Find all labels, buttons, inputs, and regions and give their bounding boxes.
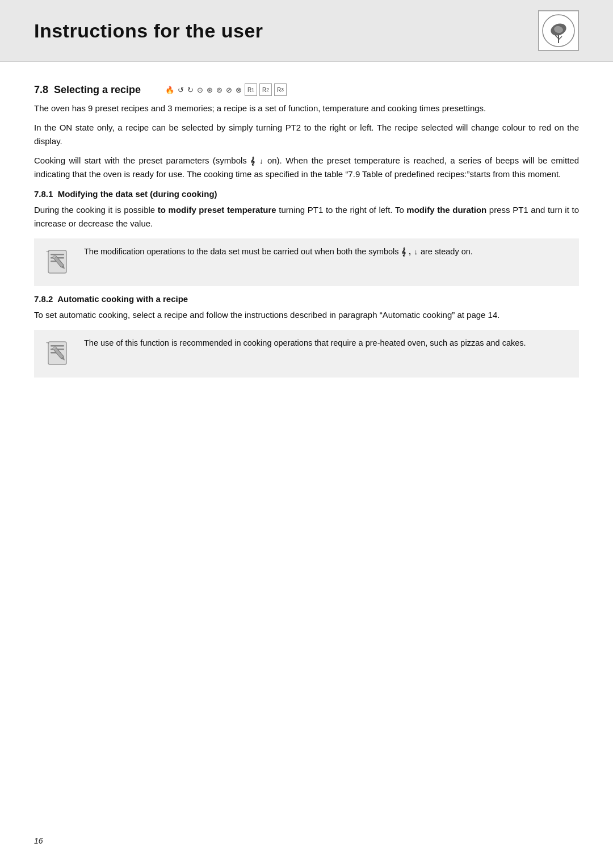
page: Instructions for the user 7.8 Selecting … (0, 0, 613, 868)
r2-box: R2 (259, 83, 272, 96)
section-782-heading: 7.8.2 Automatic cooking with a recipe (34, 294, 579, 304)
section-781-heading: 7.8.1 Modifying the data set (during coo… (34, 189, 579, 199)
note-1-text-start: The modification operations to the data … (84, 247, 401, 256)
note-1-text: The modification operations to the data … (84, 245, 568, 258)
logo-svg (541, 14, 576, 48)
note-icon-2: ~ (42, 337, 76, 371)
svg-text:~: ~ (46, 340, 49, 346)
note-1-text-end: are steady on. (418, 247, 473, 256)
section-78-para3: Cooking will start with the preset param… (34, 154, 579, 181)
icon-fire: 🔥 (165, 86, 174, 94)
svg-rect-7 (51, 254, 64, 255)
page-header: Instructions for the user (0, 0, 613, 62)
note-box-2: ~ The use of this function is recommende… (34, 330, 579, 378)
main-content: 7.8 Selecting a recipe 🔥 ↺ ↻ ⊙ ⊛ ⊚ ⊘ ⊗ R… (0, 62, 613, 420)
section-782-title: Automatic cooking with a recipe (57, 294, 188, 304)
section-78-number: 7.8 (34, 84, 48, 95)
note-pencil-icon: ~ (44, 247, 74, 278)
section-781-para1: During the cooking it is possible to mod… (34, 203, 579, 230)
781-para1-start: During the cooking it is possible (34, 205, 158, 215)
section-782-para1: To set automatic cooking, select a recip… (34, 308, 579, 322)
icon-star: ⊛ (207, 86, 213, 94)
svg-text:~: ~ (46, 249, 49, 255)
page-number: 16 (34, 836, 43, 845)
note-pencil-icon-2: ~ (44, 338, 74, 369)
section-782-number: 7.8.2 (34, 294, 53, 304)
note-2-text: The use of this function is recommended … (84, 337, 568, 350)
781-para1-bold2: modify the duration (406, 205, 486, 215)
icon-refresh: ⊚ (216, 86, 222, 94)
note-box-1: ~ The modification operations to the dat… (34, 238, 579, 286)
note-1-sym: 𝄞 , ↓ (401, 248, 418, 256)
page-title: Instructions for the user (34, 20, 263, 42)
781-para1-bold1: to modify preset temperature (158, 205, 276, 215)
section-78-para2: In the ON state only, a recipe can be se… (34, 121, 579, 148)
section-78-heading: 7.8 Selecting a recipe 🔥 ↺ ↻ ⊙ ⊛ ⊚ ⊘ ⊗ R… (34, 83, 579, 96)
recipe-icon-row: 🔥 ↺ ↻ ⊙ ⊛ ⊚ ⊘ ⊗ R1 R2 R3 (165, 83, 287, 96)
icon-dot: ⊘ (226, 86, 232, 94)
icon-cw: ↻ (187, 86, 194, 94)
icon-cross: ⊗ (236, 86, 242, 94)
para3-sym: 𝄞 ↓ (250, 157, 263, 165)
para3-start: Cooking will start with the preset param… (34, 156, 250, 165)
note-icon-1: ~ (42, 245, 76, 279)
781-para1-mid: turning PT1 to the right of left. To (276, 205, 407, 215)
section-78-para1: The oven has 9 preset recipes and 3 memo… (34, 102, 579, 115)
section-78-title-text: Selecting a recipe (54, 84, 141, 95)
icon-ccw: ↺ (178, 86, 184, 94)
section-781-number: 7.8.1 (34, 189, 53, 199)
r1-box: R1 (245, 83, 257, 96)
section-781-title: Modifying the data set (during cooking) (58, 189, 217, 199)
brand-logo (538, 10, 579, 51)
icon-circle: ⊙ (197, 86, 203, 94)
r3-box: R3 (274, 83, 287, 96)
svg-rect-15 (51, 345, 64, 347)
section-78-title: 7.8 Selecting a recipe (34, 84, 159, 96)
